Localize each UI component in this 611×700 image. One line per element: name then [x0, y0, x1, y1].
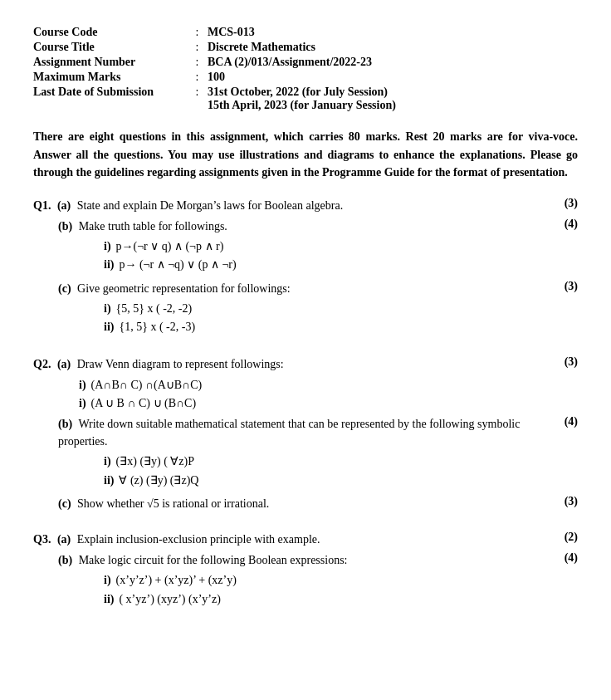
q1-part-c: (c) Give geometric representation for fo…	[58, 280, 578, 337]
q1b-marks: (4)	[565, 218, 578, 231]
q2-part-c: (c) Show whether √5 is rational or irrat…	[58, 495, 578, 512]
last-date-line1: 31st October, 2022 (for July Session)	[208, 86, 388, 98]
last-date-line2: 15th April, 2023 (for January Session)	[208, 99, 396, 111]
q1c-item2: {1, 5} x ( -2, -3)	[119, 321, 195, 333]
list-item: ii)p→ (¬r ∧ ¬q) ∨ (p ∧ ¬r)	[104, 256, 578, 274]
intro-paragraph: There are eight questions in this assign…	[33, 128, 578, 182]
list-item: i)(A ∪ B ∩ C) ∪ (B∩C)	[79, 394, 578, 413]
course-code-value: MCS-013	[208, 25, 578, 40]
colon-2: :	[187, 40, 208, 55]
q3b-item2: ( x’yz’) (xyz’) (x’y’z)	[119, 593, 220, 605]
q3b-list: i)(x’y’z’) + (x’yz)’ + (xz’y) ii)( x’yz’…	[104, 571, 578, 609]
q2b-content: Write down suitable mathematical stateme…	[58, 418, 520, 448]
q3b-label: (b)	[58, 554, 72, 566]
q1c-list: i){5, 5} x ( -2, -2) ii){1, 5} x ( -2, -…	[104, 300, 578, 337]
q3b-content: Make logic circuit for the following Boo…	[79, 554, 348, 566]
list-item: i)(A∩B∩ C) ∩(A∪B∩C)	[79, 376, 578, 394]
q1a-content: State and explain De Morgan’s laws for B…	[77, 199, 343, 212]
q1c-content: Give geometric representation for follow…	[77, 282, 291, 295]
list-item: i)p→(¬r ∨ q) ∧ (¬p ∧ r)	[104, 237, 578, 256]
question-2: Q2. (a) Draw Venn diagram to represent f…	[33, 355, 578, 513]
course-title-value: Discrete Mathematics	[208, 40, 578, 55]
q3-part-a-row: Q3. (a) Explain inclusion-exclusion prin…	[33, 531, 578, 548]
list-item: i){5, 5} x ( -2, -2)	[104, 300, 578, 318]
q3-part-a-text: Q3. (a) Explain inclusion-exclusion prin…	[33, 531, 556, 548]
q1c-row: (c) Give geometric representation for fo…	[58, 280, 578, 297]
q2-part-a-text: Q2. (a) Draw Venn diagram to represent f…	[33, 355, 556, 373]
q1-part-b: (b) Make truth table for followings. (4)…	[58, 218, 578, 275]
last-date-label: Last Date of Submission	[33, 85, 187, 113]
q3a-label: (a)	[57, 533, 71, 546]
q1-part-a-row: Q1. (a) State and explain De Morgan’s la…	[33, 197, 578, 214]
q2a-marks: (3)	[565, 355, 578, 369]
assignment-number-value: BCA (2)/013/Assignment/2022-23	[208, 55, 578, 70]
q1b-item2: p→ (¬r ∧ ¬q) ∨ (p ∧ ¬r)	[119, 258, 236, 271]
q2a-label: (a)	[57, 358, 71, 370]
q2c-content: Show whether √5 is rational or irrationa…	[77, 497, 269, 510]
q3b-row: (b) Make logic circuit for the following…	[58, 551, 578, 569]
q2a-item2: (A ∪ B ∩ C) ∪ (B∩C)	[91, 397, 197, 409]
q2b-row: (b) Write down suitable mathematical sta…	[58, 415, 578, 450]
list-item: ii){1, 5} x ( -2, -3)	[104, 318, 578, 336]
q2a-item1: (A∩B∩ C) ∩(A∪B∩C)	[91, 379, 203, 391]
q2b-text: (b) Write down suitable mathematical sta…	[58, 415, 556, 450]
q1b-item1: p→(¬r ∨ q) ∧ (¬p ∧ r)	[116, 240, 224, 252]
q2c-label: (c)	[58, 497, 71, 510]
list-item: i)(x’y’z’) + (x’yz)’ + (xz’y)	[104, 571, 578, 590]
colon-1: :	[187, 25, 208, 40]
q2c-text: (c) Show whether √5 is rational or irrat…	[58, 495, 556, 512]
q3a-marks: (2)	[565, 531, 578, 544]
questions-container: Q1. (a) State and explain De Morgan’s la…	[33, 197, 578, 609]
colon-4: :	[187, 70, 208, 85]
maximum-marks-label: Maximum Marks	[33, 70, 187, 85]
q3-part-b: (b) Make logic circuit for the following…	[58, 551, 578, 609]
q1b-content: Make truth table for followings.	[79, 220, 227, 233]
q3-label: Q3.	[33, 533, 51, 546]
q1c-marks: (3)	[565, 280, 578, 293]
q2b-marks: (4)	[565, 415, 578, 428]
q2-part-b: (b) Write down suitable mathematical sta…	[58, 415, 578, 490]
q1-label: Q1.	[33, 199, 51, 212]
header-table: Course Code : MCS-013 Course Title : Dis…	[33, 25, 578, 113]
colon-3: :	[187, 55, 208, 70]
q2b-label: (b)	[58, 418, 72, 430]
q1b-text: (b) Make truth table for followings.	[58, 218, 556, 235]
q1a-label: (a)	[57, 199, 71, 212]
q1-part-a-text: Q1. (a) State and explain De Morgan’s la…	[33, 197, 556, 214]
q2c-row: (c) Show whether √5 is rational or irrat…	[58, 495, 578, 512]
q1b-list: i)p→(¬r ∨ q) ∧ (¬p ∧ r) ii)p→ (¬r ∧ ¬q) …	[104, 237, 578, 275]
list-item: ii)( x’yz’) (xyz’) (x’y’z)	[104, 590, 578, 609]
q2-part-a-row: Q2. (a) Draw Venn diagram to represent f…	[33, 355, 578, 373]
q1b-row: (b) Make truth table for followings. (4)	[58, 218, 578, 235]
q1b-label: (b)	[58, 220, 72, 233]
question-1: Q1. (a) State and explain De Morgan’s la…	[33, 197, 578, 337]
q1a-marks: (3)	[565, 197, 578, 210]
q3a-content: Explain inclusion-exclusion principle wi…	[77, 533, 320, 546]
colon-5: :	[187, 85, 208, 113]
course-title-label: Course Title	[33, 40, 187, 55]
q1c-label: (c)	[58, 282, 71, 295]
q2-label: Q2.	[33, 358, 51, 370]
last-date-value: 31st October, 2022 (for July Session) 15…	[208, 85, 578, 113]
list-item: i)(∃x) (∃y) ( ∀z)P	[104, 453, 578, 471]
q1c-text: (c) Give geometric representation for fo…	[58, 280, 556, 297]
q3b-item1: (x’y’z’) + (x’yz)’ + (xz’y)	[116, 574, 237, 586]
q2b-list: i)(∃x) (∃y) ( ∀z)P ii)∀ (z) (∃y) (∃z)Q	[104, 453, 578, 490]
q1c-item1: {5, 5} x ( -2, -2)	[116, 302, 193, 315]
list-item: ii)∀ (z) (∃y) (∃z)Q	[104, 472, 578, 490]
q3b-text: (b) Make logic circuit for the following…	[58, 551, 556, 569]
maximum-marks-value: 100	[208, 70, 578, 85]
assignment-number-label: Assignment Number	[33, 55, 187, 70]
q2a-list: i)(A∩B∩ C) ∩(A∪B∩C) i)(A ∪ B ∩ C) ∪ (B∩C…	[79, 376, 578, 414]
course-code-label: Course Code	[33, 25, 187, 40]
question-3: Q3. (a) Explain inclusion-exclusion prin…	[33, 531, 578, 609]
q2b-item2: ∀ (z) (∃y) (∃z)Q	[119, 474, 198, 487]
q2b-item1: (∃x) (∃y) ( ∀z)P	[116, 455, 194, 467]
q2c-marks: (3)	[565, 495, 578, 508]
q3b-marks: (4)	[565, 551, 578, 565]
q2a-content: Draw Venn diagram to represent following…	[77, 358, 284, 370]
